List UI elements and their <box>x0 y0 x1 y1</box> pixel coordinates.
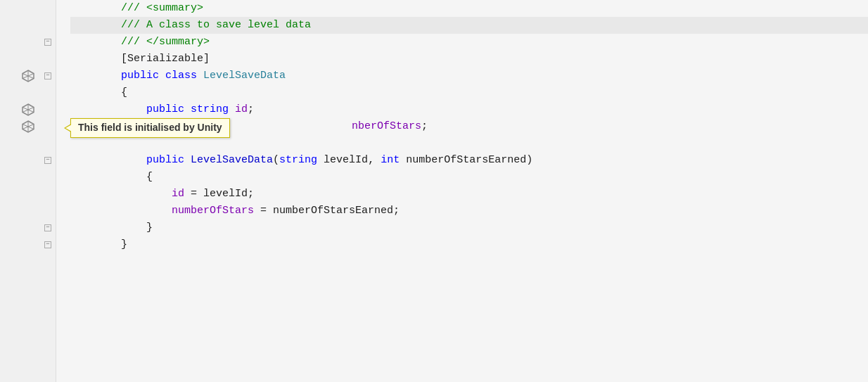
fold-marker[interactable]: − <box>44 72 51 79</box>
token: public <box>121 68 165 84</box>
code-line: numberOfStars = numberOfStarsEarned; <box>70 203 868 219</box>
unity-icon[interactable] <box>20 102 36 117</box>
indent <box>70 17 121 33</box>
token: numberOfStars <box>172 203 254 219</box>
token: levelId <box>324 152 368 168</box>
indent <box>70 84 121 101</box>
token: public <box>146 101 191 117</box>
code-line: [Serializable] <box>70 51 868 68</box>
fold-marker[interactable]: − <box>44 224 51 231</box>
token: ) <box>526 152 532 168</box>
code-line: This field is initialised by UnitynberOf… <box>70 118 868 135</box>
code-line: public string id; <box>70 101 868 118</box>
token: /// <box>121 0 146 16</box>
indent <box>70 219 146 236</box>
token: </summary> <box>146 34 210 50</box>
indent <box>70 135 121 151</box>
token: ; <box>248 186 254 202</box>
indent <box>70 203 172 219</box>
token: Serializable <box>127 51 203 67</box>
code-line: /// </summary> <box>70 34 868 51</box>
gutter-row <box>0 186 56 203</box>
editor-container: − − −−− /// <summary> /// A class to sav… <box>0 0 868 382</box>
indent <box>70 51 121 67</box>
gutter-row <box>0 51 56 68</box>
token: /// A class to save level data <box>121 17 311 33</box>
indent <box>70 152 146 168</box>
token: id <box>172 186 184 202</box>
code-line: } <box>70 236 868 253</box>
code-line: id = levelId; <box>70 186 868 203</box>
indent <box>70 169 146 185</box>
token: levelId <box>203 186 248 202</box>
unity-icon[interactable] <box>20 68 36 84</box>
indent <box>70 186 172 202</box>
code-line: /// A class to save level data <box>70 17 868 34</box>
tooltip: This field is initialised by Unity <box>70 118 230 138</box>
gutter-row <box>0 84 56 101</box>
gutter-row: − <box>0 34 56 51</box>
gutter-row: − <box>0 152 56 169</box>
tooltip-text: This field is initialised by Unity <box>78 122 222 133</box>
fold-marker[interactable]: − <box>44 157 51 164</box>
token: LevelSaveData <box>203 68 286 84</box>
gutter-row <box>0 118 56 135</box>
token: , <box>368 152 381 168</box>
code-line: { <box>70 169 868 186</box>
code-area[interactable]: /// <summary> /// A class to save level … <box>56 0 868 382</box>
token: = <box>254 203 273 219</box>
token: class <box>165 68 203 84</box>
gutter-row: − <box>0 236 56 253</box>
token: string <box>191 101 235 117</box>
gutter-row: − <box>0 68 56 84</box>
indent <box>70 34 121 50</box>
token: numberOfStarsEarned <box>273 203 393 219</box>
code-line: /// <summary> <box>70 0 868 17</box>
fold-marker[interactable]: − <box>44 39 51 46</box>
token: ; <box>393 203 400 219</box>
indent <box>70 236 121 253</box>
code-line: { <box>70 84 868 101</box>
token: int <box>381 152 406 168</box>
token: public <box>146 152 191 168</box>
gutter-row <box>0 169 56 186</box>
token: ( <box>273 152 279 168</box>
token: [ <box>121 51 127 67</box>
token: LevelSaveData <box>191 152 273 168</box>
gutter-row <box>0 0 56 17</box>
token: /// <box>121 34 146 50</box>
token: { <box>121 84 127 101</box>
indent <box>70 68 121 84</box>
token: ; <box>248 101 254 117</box>
gutter-row <box>0 101 56 118</box>
token: = <box>184 186 203 202</box>
token: id <box>235 101 248 117</box>
token: ] <box>203 51 210 67</box>
gutter-row <box>0 17 56 34</box>
token: } <box>146 219 153 236</box>
gutter-row: − <box>0 219 56 236</box>
fold-marker[interactable]: − <box>44 241 51 248</box>
gutter-row <box>0 135 56 152</box>
gutter: − − −−− <box>0 0 56 382</box>
token: { <box>146 169 153 185</box>
code-line: } <box>70 219 868 236</box>
token: } <box>121 236 127 253</box>
token: <summary> <box>146 0 203 16</box>
token: string <box>279 152 324 168</box>
code-line: public class LevelSaveData <box>70 68 868 84</box>
indent <box>70 101 146 117</box>
gutter-row <box>0 203 56 219</box>
code-line: public LevelSaveData(string levelId, int… <box>70 152 868 169</box>
indent <box>70 0 121 16</box>
token: numberOfStarsEarned <box>406 152 526 168</box>
unity-icon[interactable] <box>20 119 36 134</box>
